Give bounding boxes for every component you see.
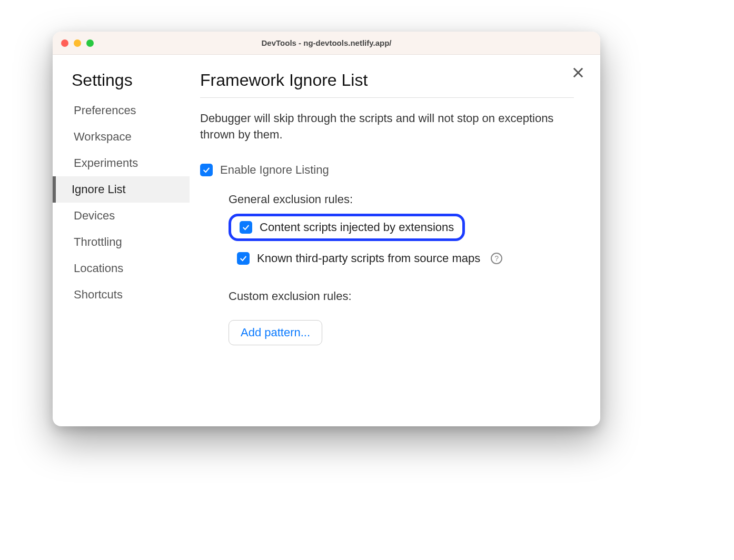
rule-third-party-label: Known third-party scripts from source ma… (257, 252, 480, 265)
sidebar-item-label: Experiments (74, 156, 138, 169)
settings-content: Framework Ignore List Debugger will skip… (190, 55, 600, 426)
traffic-lights (61, 39, 94, 47)
sidebar-item-preferences[interactable]: Preferences (53, 97, 190, 124)
enable-ignore-listing-row: Enable Ignore Listing (200, 163, 574, 177)
check-icon (242, 223, 250, 232)
custom-rules-heading: Custom exclusion rules: (229, 289, 574, 303)
enable-ignore-listing-checkbox[interactable] (200, 164, 213, 176)
rule-content-scripts-label: Content scripts injected by extensions (260, 221, 454, 234)
window-title: DevTools - ng-devtools.netlify.app/ (53, 38, 600, 47)
sidebar-item-workspace[interactable]: Workspace (53, 124, 190, 150)
settings-sidebar: Settings Preferences Workspace Experimen… (53, 55, 190, 426)
window-minimize-button[interactable] (74, 39, 81, 47)
close-icon[interactable] (571, 65, 586, 80)
enable-ignore-listing-label: Enable Ignore Listing (220, 163, 329, 177)
sidebar-item-throttling[interactable]: Throttling (53, 229, 190, 255)
window-titlebar: DevTools - ng-devtools.netlify.app/ (53, 32, 600, 55)
check-icon (239, 254, 247, 263)
window-zoom-button[interactable] (86, 39, 94, 47)
sidebar-item-shortcuts[interactable]: Shortcuts (53, 282, 190, 308)
devtools-settings-window: DevTools - ng-devtools.netlify.app/ Sett… (53, 32, 600, 426)
sidebar-item-label: Preferences (74, 104, 136, 117)
help-icon[interactable]: ? (491, 253, 502, 264)
rule-content-scripts-row: Content scripts injected by extensions (229, 214, 465, 241)
page-title: Framework Ignore List (200, 71, 574, 98)
window-close-button[interactable] (61, 39, 68, 47)
sidebar-item-ignore-list[interactable]: Ignore List (53, 176, 190, 203)
settings-body: Settings Preferences Workspace Experimen… (53, 55, 600, 426)
sidebar-item-label: Ignore List (72, 183, 126, 196)
check-icon (202, 166, 211, 174)
sidebar-item-label: Shortcuts (74, 288, 123, 301)
general-exclusion-rules: General exclusion rules: Content scripts… (229, 193, 574, 271)
sidebar-item-experiments[interactable]: Experiments (53, 150, 190, 176)
sidebar-item-label: Workspace (74, 130, 132, 143)
page-description: Debugger will skip through the scripts a… (200, 111, 574, 143)
sidebar-item-label: Throttling (74, 235, 122, 248)
rule-third-party-checkbox[interactable] (237, 252, 250, 265)
settings-heading: Settings (53, 71, 190, 97)
general-rules-heading: General exclusion rules: (229, 193, 574, 206)
add-pattern-button[interactable]: Add pattern... (229, 320, 322, 345)
sidebar-item-label: Locations (74, 262, 123, 275)
custom-exclusion-rules: Custom exclusion rules: Add pattern... (229, 289, 574, 345)
sidebar-item-devices[interactable]: Devices (53, 203, 190, 229)
sidebar-item-label: Devices (74, 209, 115, 222)
sidebar-item-locations[interactable]: Locations (53, 255, 190, 282)
rule-third-party-row: Known third-party scripts from source ma… (229, 246, 574, 271)
rule-content-scripts-checkbox[interactable] (240, 221, 252, 234)
